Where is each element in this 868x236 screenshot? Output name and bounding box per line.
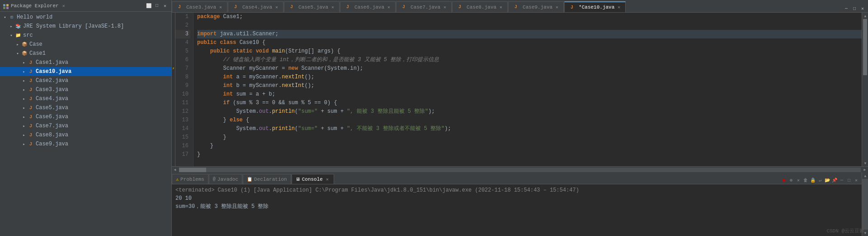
tab-case10[interactable]: J *Case10.java ✕ (564, 1, 626, 12)
library-icon: 📚 (14, 23, 22, 30)
plain-4b: Case10 { (236, 39, 265, 47)
console-tab-close[interactable]: ✕ (325, 177, 330, 182)
tree-label-jre: JRE System Library [JavaSE-1.8] (23, 23, 124, 29)
arrow-case1-pkg: ▾ (14, 50, 21, 57)
console-terminated-line: <terminated> Case10 (1) [Java Applicatio… (175, 186, 858, 194)
tree-item-src[interactable]: ▾ 📁 src (0, 31, 171, 40)
vscroll-up-arrow[interactable]: ▲ (862, 13, 868, 19)
tab-close-case9[interactable]: ✕ (554, 5, 560, 10)
plain-17: } (197, 150, 200, 159)
tree-item-case3-java[interactable]: ▸ J Case3.java (0, 85, 171, 94)
tree-item-case10-java[interactable]: ▸ J Case10.java (0, 67, 171, 76)
linenum-12: 12 (175, 107, 190, 116)
tab-case9[interactable]: J Case9.java ✕ (508, 1, 564, 12)
plain-9c: (); (305, 82, 315, 90)
tree-item-case5-java[interactable]: ▸ J Case5.java (0, 103, 171, 112)
code-line-2 (197, 21, 862, 30)
editor-hscrollbar[interactable]: ◀ ▶ (172, 166, 868, 173)
tree-item-case1-pkg[interactable]: ▾ 📦 Case1 (0, 49, 171, 58)
declaration-icon: 📋 (247, 177, 252, 182)
plain-2 (197, 21, 200, 30)
tab-close-case10[interactable]: ✕ (616, 5, 622, 10)
out-14: out (259, 125, 269, 133)
tree-item-hello-world[interactable]: ▾ ⊞ Hello world (0, 13, 171, 22)
code-content[interactable]: package Case1; import java.util.Scanner;… (193, 13, 862, 166)
svg-rect-3 (6, 7, 9, 9)
plain-9a (197, 82, 223, 90)
tree-item-case6-java[interactable]: ▸ J Case6.java (0, 112, 171, 121)
tab-close-case4[interactable]: ✕ (274, 5, 279, 10)
marker-9 (172, 82, 175, 90)
plain-5b (230, 47, 233, 56)
bottom-vscroll-track (862, 179, 868, 230)
tab-case8[interactable]: J Case8.java ✕ (452, 1, 508, 12)
kw-int-8: int (223, 73, 233, 82)
console-disconnect-btn[interactable]: ⊗ (788, 177, 795, 184)
method-println-14: println (272, 125, 295, 133)
plain-9b: b = myScanner. (233, 82, 282, 90)
plain-11a (197, 99, 223, 107)
tab-declaration[interactable]: 📋 Declaration (243, 174, 291, 184)
tab-console[interactable]: 🖥 Console ✕ (292, 174, 334, 184)
tree-item-case1-java[interactable]: ▸ J Case1.java (0, 58, 171, 67)
tab-case6[interactable]: J Case6.java ✕ (340, 1, 396, 12)
editor-minimize-btn[interactable]: ─ (843, 5, 850, 12)
tab-case7[interactable]: J Case7.java ✕ (396, 1, 452, 12)
console-minimize-btn[interactable]: ─ (838, 177, 845, 184)
tab-close-case6[interactable]: ✕ (386, 5, 392, 10)
linenum-17: 17 (175, 150, 190, 159)
arrow-case8-java: ▸ (21, 132, 27, 138)
tab-case5[interactable]: J Case5.java ✕ (284, 1, 340, 12)
console-word-wrap-btn[interactable]: ↵ (816, 177, 824, 184)
editor-maximize-btn[interactable]: □ (851, 5, 858, 12)
tree-item-case9-java[interactable]: ▸ J Case9.java (0, 140, 171, 149)
console-maximize-btn[interactable]: □ (845, 177, 853, 184)
tab-close-case5[interactable]: ✕ (330, 5, 335, 10)
tab-close-case7[interactable]: ✕ (442, 5, 448, 10)
close-btn[interactable]: ✕ (161, 2, 169, 10)
bottom-vscroll-up[interactable]: ▲ (862, 173, 868, 179)
console-remove-btn[interactable]: ✕ (795, 177, 802, 184)
hscroll-thumb[interactable] (179, 168, 206, 172)
tab-close-case8[interactable]: ✕ (498, 5, 504, 10)
tree-item-case8-java[interactable]: ▸ J Case8.java (0, 130, 171, 140)
hscroll-right-arrow[interactable]: ▶ (862, 167, 868, 173)
hscroll-left-arrow[interactable]: ◀ (172, 167, 178, 173)
arrow-case6-java: ▸ (21, 114, 27, 120)
code-line-1: package Case1; (197, 13, 862, 21)
tab-icon-case6: J (344, 4, 351, 11)
tree-item-case4-java[interactable]: ▸ J Case4.java (0, 94, 171, 103)
tree-item-case-pkg[interactable]: ▸ 📦 Case (0, 40, 171, 49)
vscroll-down-arrow[interactable]: ▼ (862, 160, 868, 166)
tab-close-case3[interactable]: ✕ (218, 5, 223, 10)
tree-item-jre[interactable]: ▸ 📚 JRE System Library [JavaSE-1.8] (0, 22, 171, 31)
editor-vscrollbar[interactable]: ▲ ▼ (862, 13, 868, 166)
editor-close-btn[interactable]: ✕ (859, 5, 866, 12)
console-open-file-btn[interactable]: 📂 (824, 177, 831, 184)
marker-14 (172, 125, 175, 133)
tree-label-case6-java: Case6.java (36, 114, 68, 120)
linenum-5: 5 (175, 47, 190, 56)
package-explorer-icon (3, 3, 9, 9)
tab-case4[interactable]: J Case4.java ✕ (228, 1, 283, 12)
maximize-btn[interactable]: □ (153, 2, 160, 10)
tab-javadoc[interactable]: @ Javadoc (209, 174, 242, 184)
console-pin-btn[interactable]: 📌 (831, 177, 838, 184)
console-close2-btn[interactable]: ✕ (853, 177, 860, 184)
bottom-vscrollbar[interactable]: ▲ ▼ (862, 173, 868, 236)
tree-item-case2-java[interactable]: ▸ J Case2.java (0, 76, 171, 85)
vscroll-thumb[interactable] (863, 19, 867, 75)
tab-case3[interactable]: J Case3.java ✕ (172, 1, 227, 12)
editor-wrapper: J Case3.java ✕ J Case4.java ✕ J Case5.ja… (172, 0, 868, 173)
console-scroll-lock-btn[interactable]: 🔒 (809, 177, 816, 184)
java-icon-case1: J (27, 59, 34, 66)
editor-area: ⚡ 1 (172, 13, 862, 166)
tab-icon-case9: J (512, 4, 519, 11)
console-terminate-btn[interactable]: ■ (780, 177, 788, 184)
minimize-btn[interactable]: ⬜ (145, 2, 152, 10)
arrow-case1-java: ▸ (21, 59, 27, 66)
tab-icon-case10: J (568, 4, 576, 11)
tab-problems[interactable]: ⚠ Problems (172, 174, 208, 184)
tree-item-case7-java[interactable]: ▸ J Case7.java (0, 121, 171, 130)
console-clear-btn[interactable]: 🗑 (802, 177, 809, 184)
